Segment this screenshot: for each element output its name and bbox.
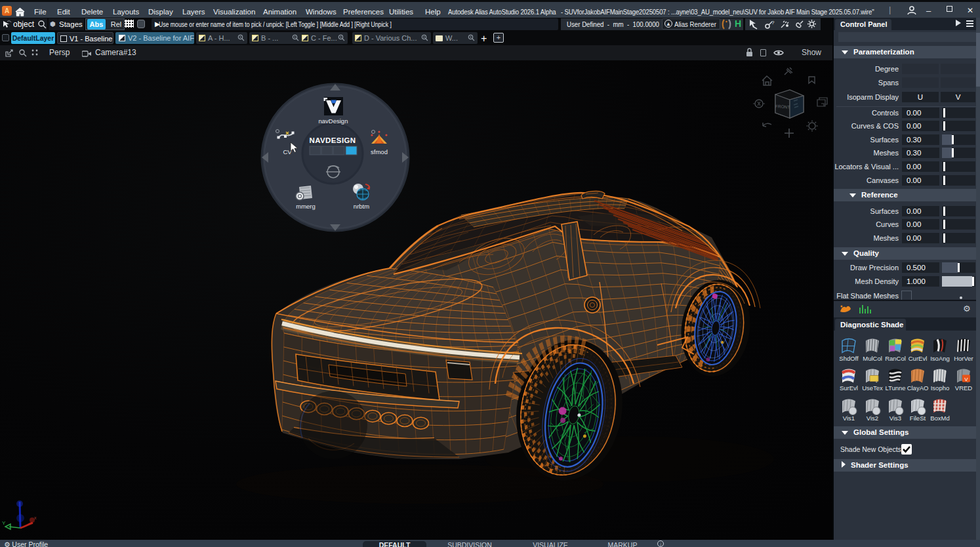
svg-text:sfmod: sfmod [371,148,388,155]
svg-text:navDesign: navDesign [319,117,348,125]
svg-text:nrbtm: nrbtm [354,203,369,210]
svg-text:Y: Y [2,520,6,526]
svg-text:?: ? [771,20,775,26]
svg-text:NAVDESIGN: NAVDESIGN [309,136,356,144]
svg-text:FRONT: FRONT [775,104,790,109]
svg-text:x: x [34,516,37,520]
svg-text:mmerg: mmerg [296,203,316,210]
svg-text:V: V [964,376,968,382]
